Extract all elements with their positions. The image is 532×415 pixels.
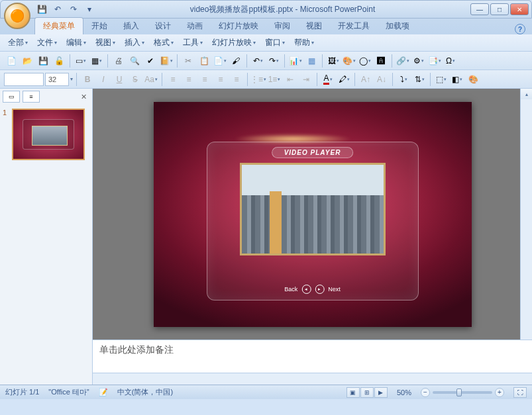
text-direction-button[interactable]: ⤵: [396, 72, 411, 87]
research-button[interactable]: 📔: [159, 54, 174, 68]
zoom-out-button[interactable]: −: [421, 388, 430, 397]
slide-thumbnail-1[interactable]: [12, 109, 85, 160]
next-button-icon[interactable]: ▸: [315, 285, 324, 294]
ribbon-tab-addins[interactable]: 加载项: [378, 18, 417, 34]
menu-edit[interactable]: 编辑▾: [62, 35, 90, 50]
symbol-button[interactable]: Ω: [443, 54, 458, 68]
normal-view-button[interactable]: ▣: [346, 387, 360, 398]
numbering-button[interactable]: 1≡: [267, 72, 282, 87]
zoom-in-button[interactable]: +: [495, 388, 504, 397]
zoom-slider-thumb[interactable]: [456, 389, 462, 396]
layout-button[interactable]: ▦: [89, 54, 104, 68]
notes-pane[interactable]: 单击此处添加备注: [93, 340, 532, 373]
paste-button[interactable]: 📄: [213, 54, 227, 68]
menu-insert[interactable]: 插入▾: [121, 35, 148, 50]
font-color-button[interactable]: A: [321, 72, 335, 87]
menu-tools[interactable]: 工具▾: [179, 35, 207, 50]
align-center-button[interactable]: ≡: [182, 72, 196, 87]
strikethrough-button[interactable]: S̶: [128, 72, 142, 87]
ribbon-tab-home[interactable]: 开始: [83, 18, 115, 34]
align-left-button[interactable]: ≡: [166, 72, 180, 87]
back-button-icon[interactable]: ◂: [301, 285, 311, 294]
menu-all[interactable]: 全部▾: [4, 35, 32, 50]
table-button[interactable]: ▦: [304, 54, 319, 68]
ribbon-tab-view[interactable]: 视图: [298, 18, 330, 34]
office-button[interactable]: 🟠: [4, 3, 30, 29]
qat-undo-button[interactable]: ↶: [51, 3, 64, 15]
panel-close-button[interactable]: ✕: [78, 93, 89, 101]
ribbon-tab-developer[interactable]: 开发工具: [330, 18, 378, 34]
qat-customize-dropdown[interactable]: ▾: [83, 3, 96, 15]
ribbon-tab-classic-menu[interactable]: 经典菜单: [34, 17, 83, 34]
horizontal-scrollbar[interactable]: [93, 373, 532, 385]
design-button[interactable]: 🎨: [466, 72, 480, 87]
menu-file[interactable]: 文件▾: [33, 35, 61, 50]
spellcheck-button[interactable]: ✔: [143, 54, 158, 68]
outline-tab[interactable]: ≡: [23, 91, 40, 103]
justify-button[interactable]: ≡: [213, 72, 228, 87]
format-painter-button[interactable]: 🖌: [229, 54, 243, 68]
clipart-button[interactable]: 🎨: [342, 54, 356, 68]
permissions-button[interactable]: 🔓: [52, 54, 66, 68]
chart-button[interactable]: 📊: [288, 54, 303, 68]
slide-canvas-area[interactable]: VIDEO PLAYER Back ◂ ▸ Next ▴: [93, 89, 532, 340]
font-family-combobox[interactable]: [4, 73, 44, 86]
new-button[interactable]: 📄: [4, 54, 19, 68]
maximize-button[interactable]: □: [490, 3, 509, 15]
menu-slideshow[interactable]: 幻灯片放映▾: [208, 35, 260, 50]
menu-format[interactable]: 格式▾: [150, 35, 178, 50]
scroll-up-button[interactable]: ▴: [521, 89, 532, 99]
spellcheck-icon[interactable]: 📝: [99, 388, 108, 396]
distributed-button[interactable]: ≡: [229, 72, 244, 87]
arrange-button[interactable]: ⬚: [434, 72, 449, 87]
help-icon[interactable]: ?: [515, 24, 525, 34]
bold-button[interactable]: B: [80, 72, 95, 87]
slide[interactable]: VIDEO PLAYER Back ◂ ▸ Next: [154, 102, 472, 327]
slideshow-view-button[interactable]: ▶: [374, 387, 388, 398]
copy-button[interactable]: 📋: [197, 54, 211, 68]
minimize-button[interactable]: —: [470, 3, 489, 15]
align-right-button[interactable]: ≡: [197, 72, 212, 87]
underline-button[interactable]: U: [112, 72, 127, 87]
sorter-view-button[interactable]: ⊞: [360, 387, 374, 398]
close-button[interactable]: ✕: [510, 3, 529, 15]
print-button[interactable]: 🖨: [111, 54, 126, 68]
ribbon-tab-slideshow[interactable]: 幻灯片放映: [211, 18, 266, 34]
redo-button[interactable]: ↷: [266, 54, 281, 68]
menu-help[interactable]: 帮助▾: [290, 35, 318, 50]
zoom-percent[interactable]: 50%: [397, 389, 411, 396]
menu-window[interactable]: 窗口▾: [261, 35, 289, 50]
increase-font-button[interactable]: A↑: [358, 72, 373, 87]
highlight-button[interactable]: 🖍: [337, 72, 351, 87]
change-case-button[interactable]: Aa: [144, 72, 158, 87]
open-button[interactable]: 📂: [20, 54, 34, 68]
new-slide-button[interactable]: ▭: [74, 54, 88, 68]
undo-button[interactable]: ↶: [250, 54, 265, 68]
hyperlink-button[interactable]: 🔗: [396, 54, 410, 68]
ribbon-tab-design[interactable]: 设计: [147, 18, 179, 34]
print-preview-button[interactable]: 🔍: [127, 54, 142, 68]
fit-window-button[interactable]: ⛶: [513, 387, 527, 398]
ribbon-tab-animation[interactable]: 动画: [179, 18, 211, 34]
ribbon-tab-review[interactable]: 审阅: [266, 18, 298, 34]
picture-button[interactable]: 🖼: [326, 54, 341, 68]
header-footer-button[interactable]: 📑: [427, 54, 442, 68]
slides-tab[interactable]: ▭: [3, 91, 20, 103]
decrease-font-button[interactable]: A↓: [374, 72, 389, 87]
shapes-button[interactable]: ◯: [358, 54, 372, 68]
quick-styles-button[interactable]: ◧: [450, 72, 464, 87]
bullets-button[interactable]: ⋮≡: [251, 72, 266, 87]
qat-save-button[interactable]: 💾: [35, 3, 48, 15]
font-size-combobox[interactable]: 32: [45, 73, 69, 86]
save-button[interactable]: 💾: [36, 54, 50, 68]
ribbon-tab-insert[interactable]: 插入: [115, 18, 147, 34]
qat-redo-button[interactable]: ↷: [67, 3, 80, 15]
zoom-slider[interactable]: [433, 391, 492, 394]
language-indicator[interactable]: 中文(简体，中国): [117, 387, 173, 397]
increase-indent-button[interactable]: ⇥: [299, 72, 313, 87]
italic-button[interactable]: I: [96, 72, 111, 87]
textbox-button[interactable]: 🅰: [374, 54, 388, 68]
menu-view[interactable]: 视图▾: [91, 35, 119, 50]
vertical-scrollbar[interactable]: ▴: [520, 89, 532, 340]
line-spacing-button[interactable]: ⇅: [412, 72, 427, 87]
